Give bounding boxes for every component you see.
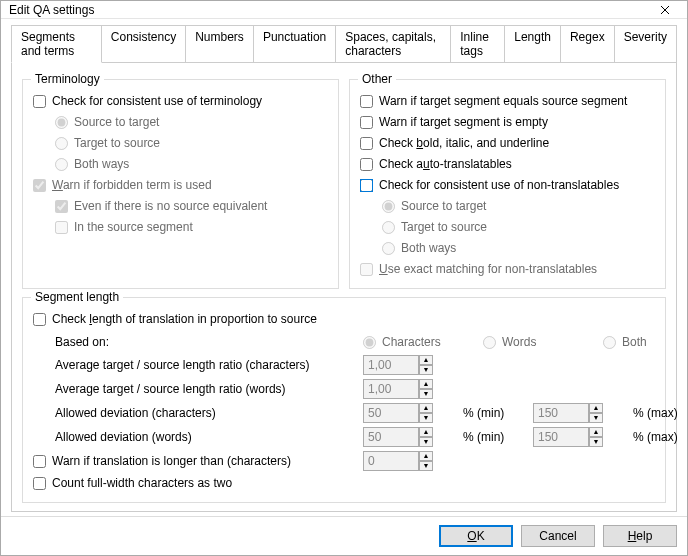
tab-spaces[interactable]: Spaces, capitals, characters (335, 25, 451, 63)
check-length-proportion[interactable] (33, 313, 46, 326)
tab-panel: Terminology Check for consistent use of … (11, 62, 677, 512)
content-area: Segments and terms Consistency Numbers P… (1, 19, 687, 516)
cancel-button[interactable]: Cancel (521, 525, 595, 547)
check-exact-matching-label: Use exact matching for non-translatables (379, 262, 597, 276)
radio-other-src-to-tgt (382, 200, 395, 213)
check-bold-italic-label: Check bold, italic, and underline (379, 136, 549, 150)
pct-max-label-1: % (max) (633, 406, 678, 420)
spinner-icon: ▲▼ (419, 451, 433, 471)
dev-chars-label: Allowed deviation (characters) (55, 406, 216, 420)
dev-chars-min-input (363, 403, 419, 423)
check-warn-longer[interactable] (33, 455, 46, 468)
group-other-title: Other (358, 72, 396, 86)
check-warn-empty[interactable] (360, 116, 373, 129)
check-forbidden-term-label: Warn if forbidden term is used (52, 178, 212, 192)
group-terminology-title: Terminology (31, 72, 104, 86)
close-button[interactable] (643, 1, 687, 18)
tab-segments-terms[interactable]: Segments and terms (11, 25, 102, 63)
avg-ratio-words-label: Average target / source length ratio (wo… (55, 382, 286, 396)
pct-max-label-2: % (max) (633, 430, 678, 444)
radio-words (483, 336, 496, 349)
radio-tgt-to-src (55, 137, 68, 150)
spinner-icon: ▲▼ (419, 403, 433, 423)
spinner-icon: ▲▼ (589, 427, 603, 447)
tab-punctuation[interactable]: Punctuation (253, 25, 336, 63)
radio-words-label: Words (502, 335, 536, 349)
group-segment-length: Segment length Check length of translati… (22, 297, 666, 503)
pct-min-label-2: % (min) (463, 430, 504, 444)
check-warn-empty-label: Warn if target segment is empty (379, 115, 548, 129)
dialog-title: Edit QA settings (9, 3, 643, 17)
tab-numbers[interactable]: Numbers (185, 25, 254, 63)
check-even-no-src (55, 200, 68, 213)
top-row: Terminology Check for consistent use of … (22, 71, 666, 289)
help-button[interactable]: Help (603, 525, 677, 547)
footer: OK Cancel Help (1, 516, 687, 555)
dev-chars-max-input (533, 403, 589, 423)
based-on-label: Based on: (55, 335, 109, 349)
radio-both-label: Both (622, 335, 647, 349)
radio-other-tgt-to-src (382, 221, 395, 234)
radio-other-tgt-to-src-label: Target to source (401, 220, 487, 234)
check-warn-longer-label: Warn if translation is longer than (char… (52, 454, 291, 468)
radio-both-ways-label: Both ways (74, 157, 129, 171)
spinner-icon: ▲▼ (419, 355, 433, 375)
dialog-window: Edit QA settings Segments and terms Cons… (0, 0, 688, 556)
radio-src-to-tgt-label: Source to target (74, 115, 159, 129)
dev-words-max-input (533, 427, 589, 447)
check-count-fullwidth-label: Count full-width characters as two (52, 476, 232, 490)
avg-ratio-chars-input (363, 355, 419, 375)
radio-both (603, 336, 616, 349)
dev-words-min-input (363, 427, 419, 447)
tab-severity[interactable]: Severity (614, 25, 677, 63)
radio-both-ways (55, 158, 68, 171)
group-other: Other Warn if target segment equals sour… (349, 79, 666, 289)
check-non-translatables-label: Check for consistent use of non-translat… (379, 178, 619, 192)
avg-ratio-words-input (363, 379, 419, 399)
spinner-icon: ▲▼ (419, 379, 433, 399)
check-count-fullwidth[interactable] (33, 477, 46, 490)
check-consistent-terminology-label: Check for consistent use of terminology (52, 94, 262, 108)
titlebar: Edit QA settings (1, 1, 687, 19)
check-in-source-seg (55, 221, 68, 234)
ok-button[interactable]: OK (439, 525, 513, 547)
close-icon (660, 5, 670, 15)
check-consistent-terminology[interactable] (33, 95, 46, 108)
tab-inline-tags[interactable]: Inline tags (450, 25, 505, 63)
check-warn-equals-label: Warn if target segment equals source seg… (379, 94, 627, 108)
radio-characters-label: Characters (382, 335, 441, 349)
pct-min-label-1: % (min) (463, 406, 504, 420)
check-length-proportion-label: Check length of translation in proportio… (52, 312, 317, 326)
warn-longer-input (363, 451, 419, 471)
group-terminology: Terminology Check for consistent use of … (22, 79, 339, 289)
radio-other-src-to-tgt-label: Source to target (401, 199, 486, 213)
tab-length[interactable]: Length (504, 25, 561, 63)
check-forbidden-term (33, 179, 46, 192)
radio-src-to-tgt (55, 116, 68, 129)
radio-other-both-ways (382, 242, 395, 255)
spinner-icon: ▲▼ (419, 427, 433, 447)
tab-strip: Segments and terms Consistency Numbers P… (11, 25, 677, 63)
check-auto-translatables-label: Check auto-translatables (379, 157, 512, 171)
radio-tgt-to-src-label: Target to source (74, 136, 160, 150)
avg-ratio-chars-label: Average target / source length ratio (ch… (55, 358, 310, 372)
group-segment-length-title: Segment length (31, 290, 123, 304)
check-bold-italic[interactable] (360, 137, 373, 150)
check-even-no-src-label: Even if there is no source equivalent (74, 199, 267, 213)
spinner-icon: ▲▼ (589, 403, 603, 423)
check-warn-equals[interactable] (360, 95, 373, 108)
radio-other-both-ways-label: Both ways (401, 241, 456, 255)
tab-regex[interactable]: Regex (560, 25, 615, 63)
radio-characters (363, 336, 376, 349)
check-auto-translatables[interactable] (360, 158, 373, 171)
check-exact-matching (360, 263, 373, 276)
dev-words-label: Allowed deviation (words) (55, 430, 192, 444)
check-non-translatables[interactable] (360, 179, 373, 192)
tab-consistency[interactable]: Consistency (101, 25, 186, 63)
check-in-source-seg-label: In the source segment (74, 220, 193, 234)
